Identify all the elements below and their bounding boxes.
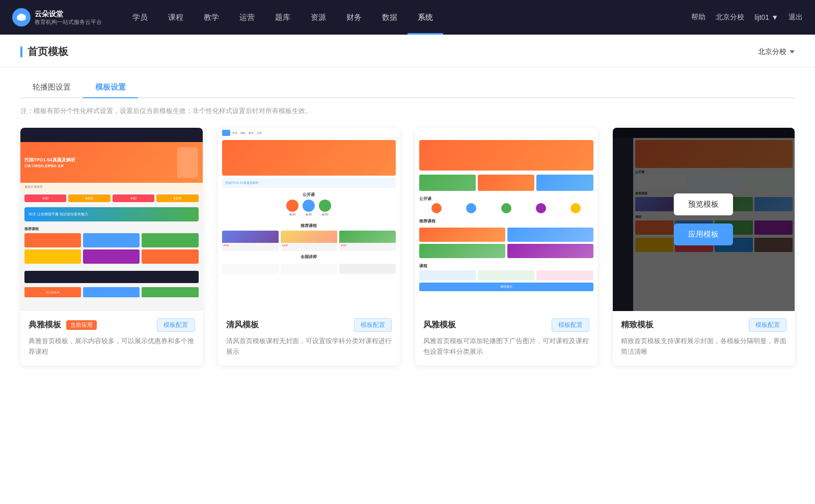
page-title-bar <box>20 46 22 58</box>
nav-item-questions[interactable]: 题库 <box>265 0 301 35</box>
template-name-3: 风雅模板 <box>423 320 456 330</box>
logo-icon <box>12 8 31 26</box>
template-desc-2: 清风首页模板课程无封面，可设置按学科分类对课程进行展示 <box>226 336 392 357</box>
config-button-1[interactable]: 模板配置 <box>157 318 195 332</box>
template-title-row-1: 典雅模板 当前应用 模板配置 <box>29 318 195 332</box>
template-footer-2: 清风模板 模板配置 清风首页模板课程无封面，可设置按学科分类对课程进行展示 <box>218 311 400 366</box>
template-card-3: 公开课 推荐课程 课程 <box>415 128 597 366</box>
template-overlay-4: 预览模板 应用模板 <box>613 128 795 311</box>
nav-item-system[interactable]: 系统 <box>408 0 443 35</box>
template-footer-4: 精致模板 模板配置 精致首页模板支持课程展示封面，各模板分隔明显，界面简洁清晰 <box>613 311 795 366</box>
template-title-row-3: 风雅模板 模板配置 <box>423 318 589 332</box>
template-card-4: 公开课 推荐课程 <box>613 128 795 366</box>
config-button-3[interactable]: 模板配置 <box>552 318 589 332</box>
nav-item-students[interactable]: 学员 <box>122 0 158 35</box>
logo-text: 云朵设堂 教育机构一站式服务云平台 <box>35 9 102 25</box>
chevron-down-icon <box>790 50 795 53</box>
template-footer-1: 典雅模板 当前应用 模板配置 典雅首页模板，展示内容较多，可以展示优惠券和多个推… <box>20 311 203 366</box>
page-content: 首页模板 北京分校 轮播图设置 模板设置 注：模板有部分个性化样式设置，设置后仅… <box>0 35 815 504</box>
template-preview-4[interactable]: 公开课 推荐课程 <box>613 128 795 311</box>
page-header: 首页模板 北京分校 <box>0 35 815 67</box>
templates-grid: 托福TPO1-54真题及解析 口语 口语空白 点评空白 点评 最新好课推荐 ¥3… <box>0 116 815 386</box>
preview-button-4[interactable]: 预览模板 <box>674 193 733 215</box>
nav-item-operations[interactable]: 运营 <box>229 0 265 35</box>
config-button-2[interactable]: 模板配置 <box>354 318 392 332</box>
template-name-1: 典雅模板 <box>29 320 61 330</box>
apply-button-4[interactable]: 应用模板 <box>674 223 733 245</box>
tab-template[interactable]: 模板设置 <box>83 77 138 98</box>
nav-right: 帮助 北京分校 lijt01 ▼ 退出 <box>691 13 803 22</box>
tab-carousel[interactable]: 轮播图设置 <box>20 77 83 98</box>
template-desc-4: 精致首页模板支持课程展示封面，各模板分隔明显，界面简洁清晰 <box>621 336 787 357</box>
tabs-container: 轮播图设置 模板设置 <box>0 67 815 98</box>
nav-item-data[interactable]: 数据 <box>372 0 408 35</box>
nav-item-courses[interactable]: 课程 <box>158 0 194 35</box>
template-card-1: 托福TPO1-54真题及解析 口语 口语空白 点评空白 点评 最新好课推荐 ¥3… <box>20 128 203 366</box>
template-desc-1: 典雅首页模板，展示内容较多，可以展示优惠券和多个推荐课程 <box>29 336 195 357</box>
navigation: 云朵设堂 教育机构一站式服务云平台 学员 课程 教学 运营 题库 资源 财务 数… <box>0 0 815 35</box>
template-desc-3: 风雅首页模板可添加轮播图下广告图片，可对课程及课程包设置学科分类展示 <box>423 336 589 357</box>
page-title-wrap: 首页模板 <box>20 45 68 59</box>
tabs: 轮播图设置 模板设置 <box>20 77 795 98</box>
svg-point-3 <box>18 14 24 18</box>
template-name-4: 精致模板 <box>621 320 654 330</box>
nav-menu: 学员 课程 教学 运营 题库 资源 财务 数据 系统 <box>122 0 691 35</box>
template-card-2: 学员 课程 教学 运营 托福TPO1-54真题及解析 公开课 <box>218 128 400 366</box>
logo: 云朵设堂 教育机构一站式服务云平台 <box>12 8 102 26</box>
help-link[interactable]: 帮助 <box>691 13 705 22</box>
template-title-row-2: 清风模板 模板配置 <box>226 318 392 332</box>
template-preview-1[interactable]: 托福TPO1-54真题及解析 口语 口语空白 点评空白 点评 最新好课推荐 ¥3… <box>20 128 203 311</box>
template-name-2: 清风模板 <box>226 320 259 330</box>
user-menu[interactable]: lijt01 ▼ <box>754 13 778 21</box>
logout-link[interactable]: 退出 <box>789 13 803 22</box>
nav-item-finance[interactable]: 财务 <box>336 0 372 35</box>
template-preview-3[interactable]: 公开课 推荐课程 课程 <box>415 128 597 311</box>
template-note: 注：模板有部分个性化样式设置，设置后仅当前模板生效；非个性化样式设置后针对所有模… <box>0 98 815 116</box>
template-preview-2[interactable]: 学员 课程 教学 运营 托福TPO1-54真题及解析 公开课 <box>218 128 400 311</box>
nav-item-teaching[interactable]: 教学 <box>194 0 229 35</box>
page-location-selector[interactable]: 北京分校 <box>758 47 795 57</box>
location-label[interactable]: 北京分校 <box>716 13 744 22</box>
template-title-row-4: 精致模板 模板配置 <box>621 318 787 332</box>
nav-item-resources[interactable]: 资源 <box>301 0 336 35</box>
page-title: 首页模板 <box>28 45 68 59</box>
current-badge-1: 当前应用 <box>66 320 97 330</box>
template-footer-3: 风雅模板 模板配置 风雅首页模板可添加轮播图下广告图片，可对课程及课程包设置学科… <box>415 311 597 366</box>
config-button-4[interactable]: 模板配置 <box>749 318 786 332</box>
